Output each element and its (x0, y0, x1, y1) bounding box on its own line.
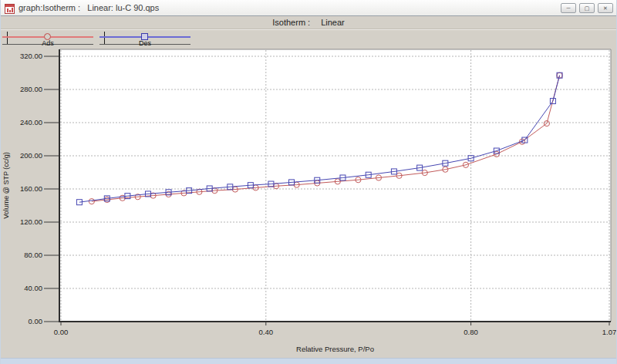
chart-area: 320.00280.00240.00200.00160.00120.0080.0… (1, 47, 617, 358)
y-tick-labels: 320.00280.00240.00200.00160.00120.0080.0… (20, 52, 59, 325)
graph-window: graph:Isotherm : Linear: lu-C 90.qps ─ ▢… (0, 0, 617, 364)
isotherm-chart: 320.00280.00240.00200.00160.00120.0080.0… (1, 47, 617, 358)
legend-des-label: Des (99, 39, 190, 47)
restore-button[interactable]: ▢ (579, 3, 595, 13)
svg-text:0.80: 0.80 (464, 328, 478, 336)
y-axis-title: Volume @ STP (cc/g) (2, 152, 10, 219)
app-icon (5, 3, 15, 13)
plot-background (59, 49, 611, 322)
svg-text:320.00: 320.00 (20, 52, 42, 60)
legend-ads-label: Ads (2, 39, 93, 47)
toolbar: Isotherm : Linear (1, 16, 616, 29)
legend-bar: Ads Des (1, 29, 616, 47)
minimize-button[interactable]: ─ (561, 3, 576, 13)
toolbar-linear-value: Linear (321, 18, 345, 27)
legend-entry-des[interactable]: Des (99, 30, 190, 48)
svg-text:280.00: 280.00 (20, 85, 42, 93)
window-bottom-edge (1, 358, 616, 364)
svg-text:80.00: 80.00 (24, 251, 42, 259)
toolbar-isotherm-label: Isotherm : (272, 18, 310, 27)
x-axis-title: Relative Pressure, P/Po (296, 345, 374, 353)
svg-text:0.00: 0.00 (54, 328, 69, 336)
window-controls: ─ ▢ ✕ (561, 3, 613, 13)
close-button[interactable]: ✕ (598, 3, 613, 13)
svg-text:1.07: 1.07 (602, 328, 617, 336)
x-tick-labels: 0.000.400.801.07 (54, 322, 617, 336)
svg-text:240.00: 240.00 (20, 118, 42, 126)
svg-text:0.40: 0.40 (259, 328, 274, 336)
window-title: graph:Isotherm : Linear: lu-C 90.qps (19, 3, 159, 12)
svg-text:200.00: 200.00 (20, 151, 42, 160)
legend-entry-ads[interactable]: Ads (2, 30, 93, 48)
window-title-bar[interactable]: graph:Isotherm : Linear: lu-C 90.qps ─ ▢… (1, 0, 616, 16)
svg-text:40.00: 40.00 (24, 284, 42, 292)
svg-text:120.00: 120.00 (20, 217, 42, 226)
svg-text:0.00: 0.00 (29, 317, 43, 325)
svg-text:160.00: 160.00 (20, 184, 42, 193)
